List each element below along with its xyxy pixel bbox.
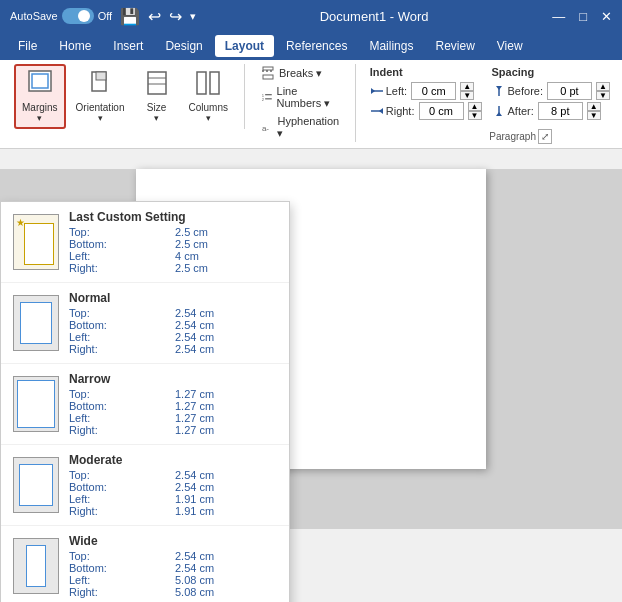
customize-icon[interactable]: ▾ xyxy=(190,10,196,23)
wide-detail: Top: 2.54 cm Bottom: 2.54 cm Left: 5.08 … xyxy=(69,550,277,598)
line-numbers-icon: 1 2 xyxy=(261,91,273,105)
moderate-detail: Top: 2.54 cm Bottom: 2.54 cm Left: 1.91 … xyxy=(69,469,277,517)
margin-last-custom[interactable]: ★ Last Custom Setting Top: 2.5 cm Bottom… xyxy=(1,202,289,283)
size-button[interactable]: Size ▾ xyxy=(135,64,179,129)
narrow-name: Narrow xyxy=(69,372,277,386)
svg-rect-11 xyxy=(263,75,273,79)
size-arrow: ▾ xyxy=(154,113,159,123)
menu-home[interactable]: Home xyxy=(49,35,101,57)
columns-icon xyxy=(194,70,222,100)
narrow-inner xyxy=(17,380,55,428)
line-numbers-button[interactable]: 1 2 Line Numbers ▾ xyxy=(255,83,347,112)
columns-text: Columns xyxy=(189,102,228,113)
page-setup-group: Last Custom Setting Margins ▾ Orientatio… xyxy=(6,64,245,129)
menu-view[interactable]: View xyxy=(487,35,533,57)
moderate-preview xyxy=(13,457,59,513)
paragraph-dialog-icon[interactable]: ⤢ xyxy=(538,129,552,144)
lc-right-val: 2.5 cm xyxy=(175,262,277,274)
svg-marker-18 xyxy=(371,88,375,94)
paragraph-label-text: Paragraph xyxy=(489,131,536,142)
save-icon[interactable]: 💾 xyxy=(120,7,140,26)
svg-marker-20 xyxy=(379,108,383,114)
normal-name: Normal xyxy=(69,291,277,305)
svg-rect-7 xyxy=(197,72,206,94)
indent-left-label-text: Left: xyxy=(386,85,407,97)
size-text: Size xyxy=(147,102,166,113)
menu-insert[interactable]: Insert xyxy=(103,35,153,57)
margin-wide[interactable]: Wide Top: 2.54 cm Bottom: 2.54 cm Left: … xyxy=(1,526,289,602)
svg-marker-24 xyxy=(496,112,502,116)
narrow-info: Narrow Top: 1.27 cm Bottom: 1.27 cm Left… xyxy=(69,372,277,436)
menu-references[interactable]: References xyxy=(276,35,357,57)
menu-bar: File Home Insert Design Layout Reference… xyxy=(0,32,622,60)
indent-left-row: Left: ▲ ▼ xyxy=(370,82,482,100)
margin-normal[interactable]: Normal Top: 2.54 cm Bottom: 2.54 cm Left… xyxy=(1,283,289,364)
hyphenation-icon: a- xyxy=(261,121,274,135)
spacing-after-input[interactable] xyxy=(538,102,583,120)
spacing-after-label-text: After: xyxy=(508,105,534,117)
restore-icon[interactable]: □ xyxy=(579,9,587,24)
title-bar-left: AutoSave Off 💾 ↩ ↪ ▾ xyxy=(10,7,196,26)
menu-mailings[interactable]: Mailings xyxy=(359,35,423,57)
svg-rect-3 xyxy=(96,72,106,80)
spacing-group: Spacing Before: ▲ ▼ xyxy=(492,66,610,120)
normal-detail: Top: 2.54 cm Bottom: 2.54 cm Left: 2.54 … xyxy=(69,307,277,355)
spacing-before-row: Before: ▲ ▼ xyxy=(492,82,610,100)
autosave-toggle[interactable]: AutoSave Off xyxy=(10,8,112,24)
hyphenation-button[interactable]: a- Hyphenation ▾ xyxy=(255,113,347,142)
indent-title: Indent xyxy=(370,66,482,78)
indent-right-input[interactable] xyxy=(419,102,464,120)
indent-group: Indent Left: ▲ ▼ xyxy=(370,66,482,120)
narrow-detail: Top: 1.27 cm Bottom: 1.27 cm Left: 1.27 … xyxy=(69,388,277,436)
breaks-group: Breaks ▾ 1 2 Line Numbers ▾ a- Hyphenati… xyxy=(247,64,356,142)
indent-right-down[interactable]: ▼ xyxy=(468,111,482,120)
breaks-icon xyxy=(261,66,275,80)
redo-icon[interactable]: ↪ xyxy=(169,7,182,26)
spacing-before-down[interactable]: ▼ xyxy=(596,91,610,100)
spacing-after-label: After: xyxy=(492,105,534,117)
orientation-button[interactable]: Orientation ▾ xyxy=(68,64,133,129)
indent-left-icon xyxy=(370,85,384,97)
last-custom-name: Last Custom Setting xyxy=(69,210,277,224)
document-title: Document1 - Word xyxy=(320,9,429,24)
menu-file[interactable]: File xyxy=(8,35,47,57)
menu-design[interactable]: Design xyxy=(155,35,212,57)
orientation-icon xyxy=(86,70,114,100)
orientation-arrow: ▾ xyxy=(98,113,103,123)
size-icon xyxy=(143,70,171,100)
indent-right-up[interactable]: ▲ xyxy=(468,102,482,111)
indent-left-input[interactable] xyxy=(411,82,456,100)
margin-narrow[interactable]: Narrow Top: 1.27 cm Bottom: 1.27 cm Left… xyxy=(1,364,289,445)
normal-preview xyxy=(13,295,59,351)
spacing-before-input[interactable] xyxy=(547,82,592,100)
last-custom-inner xyxy=(24,223,54,265)
minimize-icon[interactable]: — xyxy=(552,9,565,24)
indent-left-down[interactable]: ▼ xyxy=(460,91,474,100)
spacing-before-icon xyxy=(492,85,506,97)
autosave-state: Off xyxy=(98,10,112,22)
spacing-before-up[interactable]: ▲ xyxy=(596,82,610,91)
undo-icon[interactable]: ↩ xyxy=(148,7,161,26)
svg-text:2: 2 xyxy=(262,97,265,102)
spacing-after-icon xyxy=(492,105,506,117)
spacing-after-down[interactable]: ▼ xyxy=(587,111,601,120)
margins-dropdown: ★ Last Custom Setting Top: 2.5 cm Bottom… xyxy=(0,201,290,602)
breaks-button[interactable]: Breaks ▾ xyxy=(255,64,347,82)
moderate-info: Moderate Top: 2.54 cm Bottom: 2.54 cm Le… xyxy=(69,453,277,517)
moderate-name: Moderate xyxy=(69,453,277,467)
narrow-preview xyxy=(13,376,59,432)
last-custom-preview: ★ xyxy=(13,214,59,270)
close-icon[interactable]: ✕ xyxy=(601,9,612,24)
columns-button[interactable]: Columns ▾ xyxy=(181,64,236,129)
margins-text: Margins xyxy=(22,102,58,113)
svg-rect-10 xyxy=(263,67,273,70)
lc-bottom-label: Bottom: xyxy=(69,238,171,250)
menu-review[interactable]: Review xyxy=(425,35,484,57)
margin-moderate[interactable]: Moderate Top: 2.54 cm Bottom: 2.54 cm Le… xyxy=(1,445,289,526)
autosave-switch[interactable] xyxy=(62,8,94,24)
lc-bottom-val: 2.5 cm xyxy=(175,238,277,250)
margins-button[interactable]: Last Custom Setting Margins ▾ xyxy=(14,64,66,129)
menu-layout[interactable]: Layout xyxy=(215,35,274,57)
spacing-after-up[interactable]: ▲ xyxy=(587,102,601,111)
indent-left-up[interactable]: ▲ xyxy=(460,82,474,91)
